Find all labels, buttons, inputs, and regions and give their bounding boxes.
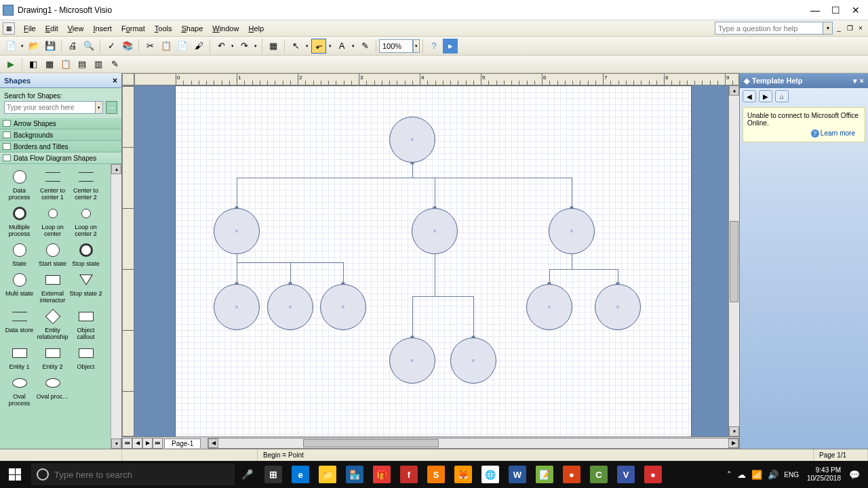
diagram-node[interactable] bbox=[214, 208, 260, 254]
help-search-dropdown[interactable]: ▾ bbox=[823, 22, 833, 35]
tray-volume-icon[interactable]: 🔊 bbox=[768, 470, 778, 480]
print-button[interactable]: 🖨 bbox=[65, 39, 80, 54]
print-preview-button[interactable]: 🔍 bbox=[81, 39, 96, 54]
diagram-node[interactable] bbox=[389, 338, 435, 384]
run-button[interactable]: ▶ bbox=[3, 57, 18, 72]
open-button[interactable]: 📂 bbox=[26, 39, 41, 54]
tray-language-icon[interactable]: ENG bbox=[784, 471, 799, 479]
stencil-item[interactable]: Data Flow Diagram Shapes bbox=[0, 152, 121, 164]
taskbar-app-icon[interactable]: 📝 bbox=[531, 461, 558, 488]
undo-button[interactable]: ↶ bbox=[214, 39, 229, 54]
taskbar-app-icon[interactable]: 🎁 bbox=[368, 461, 395, 488]
pointer-tool-button[interactable]: ↖ bbox=[288, 39, 303, 54]
shape-stencil-item[interactable]: External interactor bbox=[36, 270, 69, 305]
menu-shape[interactable]: Shape bbox=[176, 22, 208, 35]
diagram-node[interactable] bbox=[214, 284, 260, 330]
tool-5[interactable]: ▥ bbox=[91, 57, 106, 72]
paste-button[interactable]: 📄 bbox=[175, 39, 190, 54]
diagram-node[interactable] bbox=[389, 117, 435, 163]
taskbar-search-input[interactable] bbox=[54, 470, 229, 480]
taskbar-app-icon[interactable]: V bbox=[612, 461, 639, 488]
minimize-button[interactable]: — bbox=[806, 3, 825, 17]
help-button[interactable]: ? bbox=[427, 39, 441, 54]
diagram-node[interactable] bbox=[526, 284, 572, 330]
connector-tool-button[interactable]: ⬐ bbox=[311, 39, 326, 54]
shape-stencil-item[interactable]: Entity 1 bbox=[3, 343, 36, 371]
shape-stencil-item[interactable]: Center to center 2 bbox=[69, 167, 102, 202]
redo-button[interactable]: ↷ bbox=[237, 39, 252, 54]
page-tab-prev[interactable]: ◀ bbox=[132, 438, 142, 449]
stencil-item[interactable]: Backgrounds bbox=[0, 129, 121, 141]
mdi-restore[interactable]: ❐ bbox=[845, 24, 854, 33]
stencil-item[interactable]: Arrow Shapes bbox=[0, 118, 121, 129]
tool-4[interactable]: ▤ bbox=[75, 57, 90, 72]
learn-more-link[interactable]: Learn more bbox=[821, 129, 855, 137]
tray-onedrive-icon[interactable]: ☁ bbox=[737, 470, 746, 480]
menu-view[interactable]: View bbox=[63, 22, 89, 35]
new-button[interactable]: 📄 bbox=[3, 39, 18, 54]
shapes-window-button[interactable]: ▦ bbox=[266, 39, 281, 54]
shape-stencil-item[interactable]: State bbox=[3, 240, 36, 268]
page-tab-last[interactable]: ⏭ bbox=[153, 438, 163, 449]
mic-icon[interactable]: 🎤 bbox=[241, 469, 253, 480]
shape-stencil-item[interactable]: Entity relationship bbox=[36, 306, 69, 342]
shape-stencil-item[interactable]: Data store bbox=[3, 306, 36, 342]
shapes-search-dropdown[interactable]: ▾ bbox=[96, 101, 103, 114]
help-panel-dropdown[interactable]: ▾ bbox=[853, 77, 857, 85]
shape-stencil-item[interactable]: Multiple process bbox=[3, 203, 36, 239]
shape-stencil-item[interactable]: Entity 2 bbox=[36, 343, 69, 371]
shape-stencil-item[interactable]: Multi state bbox=[3, 270, 36, 305]
menu-window[interactable]: Window bbox=[208, 22, 243, 35]
horizontal-ruler[interactable] bbox=[134, 73, 739, 85]
mdi-close[interactable]: × bbox=[856, 24, 865, 33]
diagram-node[interactable] bbox=[412, 208, 458, 254]
diagram-node[interactable] bbox=[450, 338, 496, 384]
shape-stencil-item[interactable]: Object callout bbox=[69, 306, 102, 342]
taskbar-app-icon[interactable]: W bbox=[504, 461, 531, 488]
format-painter-button[interactable]: 🖌 bbox=[191, 39, 206, 54]
taskbar-app-icon[interactable]: 🌐 bbox=[477, 461, 504, 488]
ink-tool-button[interactable]: ✎ bbox=[357, 39, 372, 54]
save-button[interactable]: 💾 bbox=[43, 39, 58, 54]
help-nav-forward[interactable]: ▶ bbox=[759, 90, 772, 102]
menu-help[interactable]: Help bbox=[243, 22, 269, 35]
close-button[interactable]: ✕ bbox=[846, 3, 865, 17]
help-panel-close[interactable]: × bbox=[860, 77, 864, 85]
menu-insert[interactable]: Insert bbox=[88, 22, 117, 35]
shape-stencil-item[interactable]: Stop state 2 bbox=[69, 270, 102, 305]
page-tab-1[interactable]: Page-1 bbox=[164, 439, 201, 448]
menu-file[interactable]: File bbox=[19, 22, 41, 35]
text-tool-button[interactable]: A bbox=[334, 39, 349, 54]
research-button[interactable]: 📚 bbox=[120, 39, 135, 54]
cut-button[interactable]: ✂ bbox=[142, 39, 157, 54]
shape-grid-scrollbar[interactable]: ▴ ▾ bbox=[111, 164, 121, 449]
menu-format[interactable]: Format bbox=[117, 22, 150, 35]
tool-6[interactable]: ✎ bbox=[107, 57, 122, 72]
task-view-button[interactable]: ⊞ bbox=[260, 461, 287, 488]
mdi-minimize[interactable]: _ bbox=[834, 24, 844, 33]
shape-stencil-item[interactable]: Stop state bbox=[69, 240, 102, 268]
shape-stencil-item[interactable]: Loop on center bbox=[36, 203, 69, 239]
tool-3[interactable]: 📋 bbox=[58, 57, 73, 72]
tray-network-icon[interactable]: 📶 bbox=[751, 470, 762, 480]
menu-edit[interactable]: Edit bbox=[41, 22, 63, 35]
help-search-input[interactable] bbox=[715, 22, 823, 35]
help-nav-back[interactable]: ◀ bbox=[743, 90, 756, 102]
tool-2[interactable]: ▦ bbox=[42, 57, 57, 72]
help-nav-home[interactable]: ⌂ bbox=[775, 90, 789, 102]
vertical-ruler[interactable] bbox=[122, 85, 134, 436]
taskbar-app-icon[interactable]: ● bbox=[558, 461, 585, 488]
taskbar-app-icon[interactable]: S bbox=[422, 461, 450, 488]
shapes-search-go[interactable]: → bbox=[106, 101, 117, 114]
shape-stencil-item[interactable]: Center to center 1 bbox=[36, 167, 69, 202]
page-tab-first[interactable]: ⏮ bbox=[122, 438, 132, 449]
maximize-button[interactable]: ☐ bbox=[826, 3, 845, 17]
shapes-search-input[interactable] bbox=[4, 101, 96, 114]
taskbar-app-icon[interactable]: f bbox=[395, 461, 422, 488]
toolbar-options-button[interactable]: ▸ bbox=[443, 39, 458, 54]
page-tab-next[interactable]: ▶ bbox=[142, 438, 153, 449]
tray-up-icon[interactable]: ˄ bbox=[727, 470, 732, 480]
diagram-node[interactable] bbox=[320, 284, 366, 330]
drawing-canvas[interactable]: ▴ ▾ bbox=[134, 85, 739, 436]
taskbar-app-icon[interactable]: 📁 bbox=[314, 461, 341, 488]
